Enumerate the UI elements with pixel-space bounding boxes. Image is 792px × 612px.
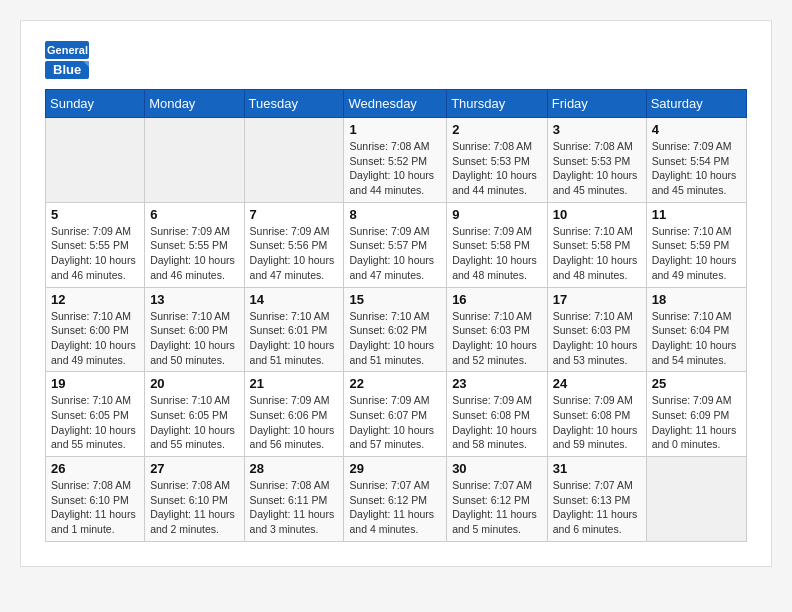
calendar-week-row: 19Sunrise: 7:10 AM Sunset: 6:05 PM Dayli… bbox=[46, 372, 747, 457]
day-number: 1 bbox=[349, 122, 441, 137]
calendar-cell bbox=[46, 118, 145, 203]
day-number: 3 bbox=[553, 122, 641, 137]
day-number: 14 bbox=[250, 292, 339, 307]
weekday-header-row: SundayMondayTuesdayWednesdayThursdayFrid… bbox=[46, 90, 747, 118]
calendar-cell: 15Sunrise: 7:10 AM Sunset: 6:02 PM Dayli… bbox=[344, 287, 447, 372]
calendar-cell: 19Sunrise: 7:10 AM Sunset: 6:05 PM Dayli… bbox=[46, 372, 145, 457]
day-info: Sunrise: 7:08 AM Sunset: 6:11 PM Dayligh… bbox=[250, 478, 339, 537]
day-number: 13 bbox=[150, 292, 238, 307]
day-number: 26 bbox=[51, 461, 139, 476]
weekday-header-cell: Tuesday bbox=[244, 90, 344, 118]
day-info: Sunrise: 7:09 AM Sunset: 6:08 PM Dayligh… bbox=[553, 393, 641, 452]
day-number: 4 bbox=[652, 122, 741, 137]
calendar-cell: 21Sunrise: 7:09 AM Sunset: 6:06 PM Dayli… bbox=[244, 372, 344, 457]
calendar-cell: 4Sunrise: 7:09 AM Sunset: 5:54 PM Daylig… bbox=[646, 118, 746, 203]
day-info: Sunrise: 7:08 AM Sunset: 6:10 PM Dayligh… bbox=[51, 478, 139, 537]
weekday-header-cell: Saturday bbox=[646, 90, 746, 118]
logo-icon: General Blue bbox=[45, 41, 89, 79]
weekday-header-cell: Wednesday bbox=[344, 90, 447, 118]
day-number: 12 bbox=[51, 292, 139, 307]
calendar-cell: 12Sunrise: 7:10 AM Sunset: 6:00 PM Dayli… bbox=[46, 287, 145, 372]
day-info: Sunrise: 7:10 AM Sunset: 6:00 PM Dayligh… bbox=[150, 309, 238, 368]
weekday-header-cell: Thursday bbox=[447, 90, 548, 118]
day-info: Sunrise: 7:10 AM Sunset: 6:05 PM Dayligh… bbox=[150, 393, 238, 452]
day-number: 25 bbox=[652, 376, 741, 391]
day-info: Sunrise: 7:10 AM Sunset: 5:59 PM Dayligh… bbox=[652, 224, 741, 283]
calendar-cell: 11Sunrise: 7:10 AM Sunset: 5:59 PM Dayli… bbox=[646, 202, 746, 287]
page: General Blue SundayMondayTuesdayWednesda… bbox=[20, 20, 772, 567]
calendar-cell: 29Sunrise: 7:07 AM Sunset: 6:12 PM Dayli… bbox=[344, 457, 447, 542]
day-info: Sunrise: 7:09 AM Sunset: 6:07 PM Dayligh… bbox=[349, 393, 441, 452]
calendar-cell: 18Sunrise: 7:10 AM Sunset: 6:04 PM Dayli… bbox=[646, 287, 746, 372]
calendar-cell: 23Sunrise: 7:09 AM Sunset: 6:08 PM Dayli… bbox=[447, 372, 548, 457]
calendar-cell: 3Sunrise: 7:08 AM Sunset: 5:53 PM Daylig… bbox=[547, 118, 646, 203]
day-info: Sunrise: 7:09 AM Sunset: 5:56 PM Dayligh… bbox=[250, 224, 339, 283]
day-info: Sunrise: 7:08 AM Sunset: 5:53 PM Dayligh… bbox=[452, 139, 542, 198]
calendar-cell: 26Sunrise: 7:08 AM Sunset: 6:10 PM Dayli… bbox=[46, 457, 145, 542]
calendar-cell: 7Sunrise: 7:09 AM Sunset: 5:56 PM Daylig… bbox=[244, 202, 344, 287]
day-number: 10 bbox=[553, 207, 641, 222]
day-info: Sunrise: 7:09 AM Sunset: 6:09 PM Dayligh… bbox=[652, 393, 741, 452]
calendar-week-row: 5Sunrise: 7:09 AM Sunset: 5:55 PM Daylig… bbox=[46, 202, 747, 287]
day-number: 20 bbox=[150, 376, 238, 391]
day-info: Sunrise: 7:09 AM Sunset: 5:55 PM Dayligh… bbox=[51, 224, 139, 283]
calendar-table: SundayMondayTuesdayWednesdayThursdayFrid… bbox=[45, 89, 747, 542]
day-number: 6 bbox=[150, 207, 238, 222]
day-info: Sunrise: 7:10 AM Sunset: 6:03 PM Dayligh… bbox=[452, 309, 542, 368]
day-info: Sunrise: 7:09 AM Sunset: 6:08 PM Dayligh… bbox=[452, 393, 542, 452]
calendar-cell: 1Sunrise: 7:08 AM Sunset: 5:52 PM Daylig… bbox=[344, 118, 447, 203]
calendar-cell: 31Sunrise: 7:07 AM Sunset: 6:13 PM Dayli… bbox=[547, 457, 646, 542]
day-number: 7 bbox=[250, 207, 339, 222]
calendar-cell: 17Sunrise: 7:10 AM Sunset: 6:03 PM Dayli… bbox=[547, 287, 646, 372]
calendar-cell: 22Sunrise: 7:09 AM Sunset: 6:07 PM Dayli… bbox=[344, 372, 447, 457]
day-number: 30 bbox=[452, 461, 542, 476]
calendar-cell: 28Sunrise: 7:08 AM Sunset: 6:11 PM Dayli… bbox=[244, 457, 344, 542]
day-info: Sunrise: 7:10 AM Sunset: 6:01 PM Dayligh… bbox=[250, 309, 339, 368]
calendar-cell: 8Sunrise: 7:09 AM Sunset: 5:57 PM Daylig… bbox=[344, 202, 447, 287]
calendar-cell: 24Sunrise: 7:09 AM Sunset: 6:08 PM Dayli… bbox=[547, 372, 646, 457]
day-number: 21 bbox=[250, 376, 339, 391]
calendar-cell: 2Sunrise: 7:08 AM Sunset: 5:53 PM Daylig… bbox=[447, 118, 548, 203]
calendar-cell: 16Sunrise: 7:10 AM Sunset: 6:03 PM Dayli… bbox=[447, 287, 548, 372]
calendar-cell bbox=[145, 118, 244, 203]
day-number: 8 bbox=[349, 207, 441, 222]
calendar-cell: 6Sunrise: 7:09 AM Sunset: 5:55 PM Daylig… bbox=[145, 202, 244, 287]
day-info: Sunrise: 7:09 AM Sunset: 5:58 PM Dayligh… bbox=[452, 224, 542, 283]
calendar-cell: 5Sunrise: 7:09 AM Sunset: 5:55 PM Daylig… bbox=[46, 202, 145, 287]
day-number: 17 bbox=[553, 292, 641, 307]
day-info: Sunrise: 7:10 AM Sunset: 5:58 PM Dayligh… bbox=[553, 224, 641, 283]
day-number: 19 bbox=[51, 376, 139, 391]
calendar-cell bbox=[646, 457, 746, 542]
day-number: 27 bbox=[150, 461, 238, 476]
day-number: 5 bbox=[51, 207, 139, 222]
day-info: Sunrise: 7:08 AM Sunset: 5:53 PM Dayligh… bbox=[553, 139, 641, 198]
calendar-cell: 30Sunrise: 7:07 AM Sunset: 6:12 PM Dayli… bbox=[447, 457, 548, 542]
day-number: 22 bbox=[349, 376, 441, 391]
day-info: Sunrise: 7:08 AM Sunset: 5:52 PM Dayligh… bbox=[349, 139, 441, 198]
day-info: Sunrise: 7:07 AM Sunset: 6:13 PM Dayligh… bbox=[553, 478, 641, 537]
day-info: Sunrise: 7:09 AM Sunset: 6:06 PM Dayligh… bbox=[250, 393, 339, 452]
day-number: 18 bbox=[652, 292, 741, 307]
day-number: 15 bbox=[349, 292, 441, 307]
calendar-cell: 14Sunrise: 7:10 AM Sunset: 6:01 PM Dayli… bbox=[244, 287, 344, 372]
day-info: Sunrise: 7:08 AM Sunset: 6:10 PM Dayligh… bbox=[150, 478, 238, 537]
calendar-cell: 9Sunrise: 7:09 AM Sunset: 5:58 PM Daylig… bbox=[447, 202, 548, 287]
day-number: 16 bbox=[452, 292, 542, 307]
day-info: Sunrise: 7:10 AM Sunset: 6:02 PM Dayligh… bbox=[349, 309, 441, 368]
calendar-cell bbox=[244, 118, 344, 203]
day-info: Sunrise: 7:10 AM Sunset: 6:04 PM Dayligh… bbox=[652, 309, 741, 368]
calendar-cell: 27Sunrise: 7:08 AM Sunset: 6:10 PM Dayli… bbox=[145, 457, 244, 542]
day-info: Sunrise: 7:10 AM Sunset: 6:03 PM Dayligh… bbox=[553, 309, 641, 368]
svg-text:Blue: Blue bbox=[53, 62, 81, 77]
calendar-cell: 10Sunrise: 7:10 AM Sunset: 5:58 PM Dayli… bbox=[547, 202, 646, 287]
calendar-cell: 25Sunrise: 7:09 AM Sunset: 6:09 PM Dayli… bbox=[646, 372, 746, 457]
day-number: 23 bbox=[452, 376, 542, 391]
day-info: Sunrise: 7:09 AM Sunset: 5:57 PM Dayligh… bbox=[349, 224, 441, 283]
calendar-week-row: 1Sunrise: 7:08 AM Sunset: 5:52 PM Daylig… bbox=[46, 118, 747, 203]
calendar-week-row: 26Sunrise: 7:08 AM Sunset: 6:10 PM Dayli… bbox=[46, 457, 747, 542]
day-info: Sunrise: 7:10 AM Sunset: 6:00 PM Dayligh… bbox=[51, 309, 139, 368]
day-number: 31 bbox=[553, 461, 641, 476]
weekday-header-cell: Sunday bbox=[46, 90, 145, 118]
day-info: Sunrise: 7:09 AM Sunset: 5:54 PM Dayligh… bbox=[652, 139, 741, 198]
day-info: Sunrise: 7:07 AM Sunset: 6:12 PM Dayligh… bbox=[349, 478, 441, 537]
